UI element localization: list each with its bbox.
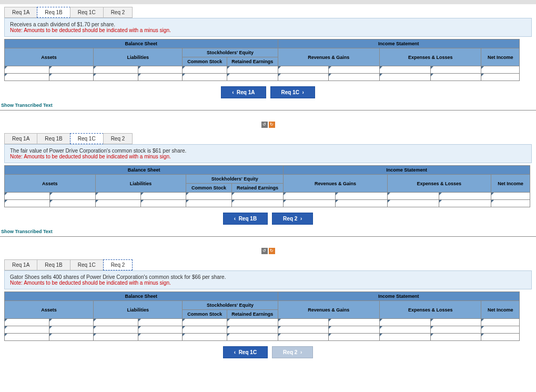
cell[interactable] xyxy=(380,66,431,74)
cell[interactable] xyxy=(491,193,530,200)
cell[interactable] xyxy=(430,66,481,74)
cell[interactable] xyxy=(227,326,278,334)
zoom-out-icon[interactable]: ↺ xyxy=(261,248,268,254)
cell[interactable] xyxy=(94,66,138,74)
tab-req2[interactable]: Req 2 xyxy=(103,259,133,270)
cell[interactable] xyxy=(329,326,380,334)
cell[interactable] xyxy=(329,319,380,326)
cell[interactable] xyxy=(94,326,138,334)
cell[interactable] xyxy=(5,193,50,200)
cell[interactable] xyxy=(329,334,380,341)
cell[interactable] xyxy=(387,200,439,207)
cell[interactable] xyxy=(140,200,186,207)
cell[interactable] xyxy=(140,193,186,200)
cell[interactable] xyxy=(49,66,94,74)
cell[interactable] xyxy=(94,74,138,81)
cell[interactable] xyxy=(278,319,329,326)
cell[interactable] xyxy=(430,326,481,334)
cell[interactable] xyxy=(481,74,520,81)
cell[interactable] xyxy=(186,193,231,200)
cell[interactable] xyxy=(94,319,138,326)
cell[interactable] xyxy=(138,326,183,334)
cell[interactable] xyxy=(49,319,94,326)
cell[interactable] xyxy=(387,193,439,200)
cell[interactable] xyxy=(5,326,49,334)
cell[interactable] xyxy=(49,326,94,334)
tab-req1b[interactable]: Req 1B xyxy=(37,133,70,144)
cell[interactable] xyxy=(183,66,227,74)
cell[interactable] xyxy=(49,334,94,341)
cell[interactable] xyxy=(227,334,278,341)
tab-req1b[interactable]: Req 1B xyxy=(37,259,70,270)
zoom-out-icon[interactable]: ↺ xyxy=(261,122,268,128)
cell[interactable] xyxy=(481,326,520,334)
tab-req1a[interactable]: Req 1A xyxy=(4,7,37,18)
show-transcribed-link[interactable]: Show Transcribed Text xyxy=(1,229,536,234)
cell[interactable] xyxy=(278,334,329,341)
cell[interactable] xyxy=(439,193,491,200)
cell[interactable] xyxy=(227,74,278,81)
cell[interactable] xyxy=(50,193,95,200)
cell[interactable] xyxy=(284,200,336,207)
cell[interactable] xyxy=(284,193,336,200)
cell[interactable] xyxy=(5,74,49,81)
cell[interactable] xyxy=(5,334,49,341)
cell[interactable] xyxy=(5,66,49,74)
tab-req1c[interactable]: Req 1C xyxy=(70,259,104,270)
cell[interactable] xyxy=(138,334,183,341)
cell[interactable] xyxy=(95,193,140,200)
cell[interactable] xyxy=(138,66,183,74)
cell[interactable] xyxy=(380,326,431,334)
cell[interactable] xyxy=(329,74,380,81)
cell[interactable] xyxy=(50,200,95,207)
cell[interactable] xyxy=(183,319,227,326)
tab-req1c[interactable]: Req 1C xyxy=(70,133,104,144)
cell[interactable] xyxy=(439,200,491,207)
tab-req1b[interactable]: Req 1B xyxy=(37,7,70,18)
cell[interactable] xyxy=(481,334,520,341)
cell[interactable] xyxy=(94,334,138,341)
cell[interactable] xyxy=(227,66,278,74)
cell[interactable] xyxy=(5,200,50,207)
cell[interactable] xyxy=(491,200,530,207)
cell[interactable] xyxy=(335,193,387,200)
prev-button[interactable]: ‹ Req 1C xyxy=(223,346,268,358)
tab-req1a[interactable]: Req 1A xyxy=(4,133,37,144)
prev-button[interactable]: ‹ Req 1A xyxy=(221,86,266,98)
zoom-in-icon[interactable]: ↻ xyxy=(269,122,275,128)
cell[interactable] xyxy=(430,74,481,81)
cell[interactable] xyxy=(138,74,183,81)
cell[interactable] xyxy=(278,74,329,81)
tab-req2[interactable]: Req 2 xyxy=(103,7,133,18)
cell[interactable] xyxy=(95,200,140,207)
cell[interactable] xyxy=(430,319,481,326)
cell[interactable] xyxy=(380,334,431,341)
cell[interactable] xyxy=(481,66,520,74)
cell[interactable] xyxy=(329,66,380,74)
cell[interactable] xyxy=(186,200,231,207)
cell[interactable] xyxy=(183,334,227,341)
cell[interactable] xyxy=(335,200,387,207)
zoom-in-icon[interactable]: ↻ xyxy=(269,248,275,254)
cell[interactable] xyxy=(138,319,183,326)
cell[interactable] xyxy=(278,326,329,334)
cell[interactable] xyxy=(231,200,284,207)
cell[interactable] xyxy=(278,66,329,74)
cell[interactable] xyxy=(231,193,284,200)
cell[interactable] xyxy=(380,319,431,326)
show-transcribed-link[interactable]: Show Transcribed Text xyxy=(1,103,536,108)
tab-req1c[interactable]: Req 1C xyxy=(70,7,104,18)
tab-req1a[interactable]: Req 1A xyxy=(4,259,37,270)
cell[interactable] xyxy=(227,319,278,326)
cell[interactable] xyxy=(380,74,431,81)
next-button[interactable]: Req 2 › xyxy=(272,213,313,225)
cell[interactable] xyxy=(183,326,227,334)
cell[interactable] xyxy=(481,319,520,326)
prev-button[interactable]: ‹ Req 1B xyxy=(223,213,268,225)
tab-req2[interactable]: Req 2 xyxy=(103,133,133,144)
cell[interactable] xyxy=(5,319,49,326)
cell[interactable] xyxy=(183,74,227,81)
cell[interactable] xyxy=(49,74,94,81)
cell[interactable] xyxy=(430,334,481,341)
next-button[interactable]: Req 1C › xyxy=(270,86,315,98)
